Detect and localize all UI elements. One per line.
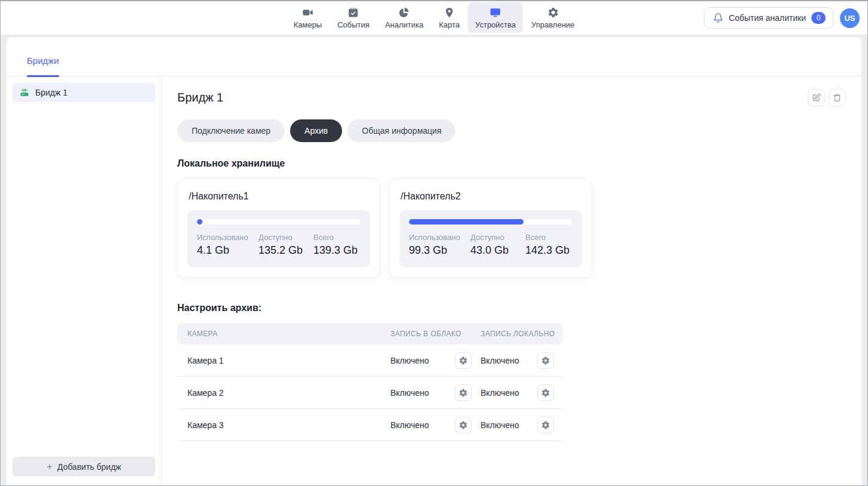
camera-name: Камера 2 (177, 388, 390, 398)
table-row-camera-1: Камера 1 Включено Включено (177, 344, 563, 377)
nav-label: Карта (439, 20, 460, 29)
topbar-right: События аналитики 0 US (704, 1, 860, 35)
total-label: Всего (525, 233, 570, 242)
drive-name: /Накопитель1 (189, 191, 370, 202)
bridge-router-icon (19, 87, 30, 98)
plus-icon: + (47, 462, 53, 472)
edit-pencil-icon (812, 93, 821, 102)
monitor-icon (490, 6, 501, 19)
camera-name: Камера 3 (177, 420, 390, 430)
gear-icon (458, 420, 468, 430)
trash-icon (833, 93, 842, 102)
nav-item-cameras[interactable]: Камеры (287, 2, 330, 33)
table-header: КАМЕРА ЗАПИСЬ В ОБЛАКО ЗАПИСЬ ЛОКАЛЬНО (177, 323, 563, 344)
nav-item-events[interactable]: События (330, 2, 377, 33)
nav-label: Управление (531, 20, 574, 29)
nav-item-management[interactable]: Управление (524, 2, 581, 33)
delete-bridge-button[interactable] (829, 89, 846, 106)
available-value: 135.2 Gb (258, 244, 313, 257)
gear-icon (547, 6, 559, 19)
drive-progress-track (197, 219, 361, 224)
add-bridge-label: Добавить бридж (57, 462, 121, 472)
tab-archive[interactable]: Архив (290, 119, 342, 142)
nav-item-devices[interactable]: Устройства (468, 2, 523, 33)
column-header-camera: КАМЕРА (177, 330, 390, 338)
cloud-recording-state: Включено (390, 420, 429, 430)
tab-bridges[interactable]: Бриджи (27, 56, 59, 66)
available-value: 43.0 Gb (470, 244, 525, 257)
app-window: Камеры События Аналитика Карта (0, 0, 868, 486)
video-camera-icon (301, 6, 313, 19)
local-recording-state: Включено (481, 420, 519, 430)
cloud-recording-settings-button[interactable] (455, 385, 472, 401)
used-value: 4.1 Gb (197, 244, 258, 257)
local-recording-settings-button[interactable] (537, 417, 554, 433)
drive-usage-box: Использовано 99.3 Gb Доступно 43.0 Gb Вс… (399, 210, 582, 267)
nav-item-analytics[interactable]: Аналитика (378, 2, 430, 33)
analytics-events-button[interactable]: События аналитики 0 (704, 7, 833, 29)
cloud-recording-settings-button[interactable] (455, 417, 472, 433)
used-value: 99.3 Gb (409, 244, 470, 257)
drive-progress-fill (197, 219, 202, 224)
sidebar-item-bridge-1[interactable]: Бридж 1 (13, 83, 155, 102)
analytics-events-label: События аналитики (729, 13, 806, 23)
panel-tabs-bar: Бриджи (7, 37, 861, 76)
gear-icon (541, 388, 550, 398)
nav-label: Устройства (475, 20, 516, 29)
main-nav: Камеры События Аналитика Карта (287, 1, 582, 35)
bell-icon (713, 13, 724, 23)
table-row-camera-2: Камера 2 Включено Включено (177, 377, 563, 409)
page-background: Бриджи Бридж 1 + Добавить бридж (1, 35, 867, 485)
edit-bridge-button[interactable] (808, 89, 825, 106)
column-header-local-recording: ЗАПИСЬ ЛОКАЛЬНО (481, 330, 563, 338)
total-label: Всего (313, 233, 358, 242)
drive-stats: Использовано 99.3 Gb Доступно 43.0 Gb Вс… (409, 233, 572, 257)
gear-icon (458, 356, 468, 365)
panel-body: Бридж 1 + Добавить бридж Бридж 1 (7, 76, 861, 485)
bridge-detail-main: Бридж 1 (162, 76, 861, 485)
local-recording-settings-button[interactable] (537, 352, 554, 369)
bridges-sidebar: Бридж 1 + Добавить бридж (7, 76, 162, 485)
storage-cards: /Накопитель1 Использовано 4.1 Gb (177, 179, 846, 278)
cloud-recording-settings-button[interactable] (455, 352, 472, 369)
title-row: Бридж 1 (177, 89, 846, 106)
local-recording-state: Включено (481, 388, 519, 398)
available-label: Доступно (258, 233, 313, 242)
used-label: Использовано (409, 233, 470, 242)
drive-stats: Использовано 4.1 Gb Доступно 135.2 Gb Вс… (197, 233, 361, 257)
tab-general-info[interactable]: Общая информация (347, 119, 455, 142)
cloud-recording-state: Включено (390, 356, 429, 365)
local-recording-settings-button[interactable] (537, 385, 554, 401)
cloud-recording-state: Включено (390, 388, 429, 398)
local-storage-heading: Локальное хранилище (177, 158, 846, 169)
used-label: Использовано (197, 233, 258, 242)
tab-camera-connection[interactable]: Подключение камер (177, 119, 285, 142)
available-label: Доступно (470, 233, 525, 242)
user-avatar[interactable]: US (840, 8, 860, 28)
nav-label: События (337, 20, 370, 29)
title-actions (808, 89, 846, 106)
nav-label: Аналитика (385, 20, 423, 29)
storage-card-drive-2: /Накопитель2 Использовано 99.3 Gb (389, 179, 592, 278)
camera-name: Камера 1 (177, 356, 390, 365)
page-title: Бридж 1 (177, 91, 223, 104)
bridge-tabs: Подключение камер Архив Общая информация (177, 119, 846, 142)
configure-archive-heading: Настроить архив: (177, 303, 846, 313)
gear-icon (541, 356, 550, 365)
sidebar-item-label: Бридж 1 (35, 88, 67, 97)
map-pin-icon (444, 6, 455, 19)
nav-item-map[interactable]: Карта (432, 2, 467, 33)
storage-card-drive-1: /Накопитель1 Использовано 4.1 Gb (177, 179, 380, 278)
total-value: 142.3 Gb (525, 244, 570, 257)
drive-progress-fill (409, 219, 524, 224)
gear-icon (458, 388, 468, 398)
pie-chart-icon (398, 6, 410, 19)
calendar-check-icon (347, 6, 359, 19)
total-value: 139.3 Gb (313, 244, 358, 257)
local-recording-state: Включено (481, 356, 519, 365)
drive-progress-track (409, 219, 572, 224)
content-panel: Бриджи Бридж 1 + Добавить бридж (7, 37, 861, 485)
archive-table: КАМЕРА ЗАПИСЬ В ОБЛАКО ЗАПИСЬ ЛОКАЛЬНО К… (177, 323, 563, 441)
add-bridge-button[interactable]: + Добавить бридж (13, 457, 155, 476)
table-row-camera-3: Камера 3 Включено Включено (177, 409, 563, 441)
